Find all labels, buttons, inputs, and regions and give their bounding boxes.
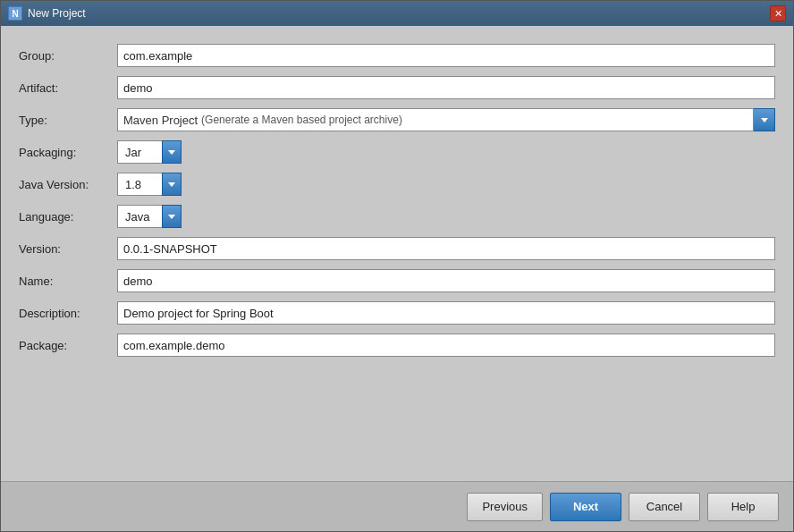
language-row: Language: Java: [19, 205, 775, 228]
type-hint: (Generate a Maven based project archive): [201, 114, 402, 126]
package-input[interactable]: [117, 334, 775, 357]
name-row: Name:: [19, 269, 775, 292]
version-label: Version:: [19, 242, 117, 256]
app-icon: N: [8, 6, 22, 21]
group-row: Group:: [19, 44, 775, 67]
package-row: Package:: [19, 334, 775, 357]
cancel-button[interactable]: Cancel: [629, 493, 700, 521]
description-label: Description:: [19, 307, 117, 320]
type-select-display[interactable]: Maven Project (Generate a Maven based pr…: [117, 108, 754, 131]
title-bar: N New Project ✕: [1, 1, 793, 26]
dialog-title: New Project: [28, 7, 86, 20]
artifact-input[interactable]: [117, 76, 775, 99]
language-label: Language:: [19, 210, 117, 224]
packaging-label: Packaging:: [19, 146, 117, 159]
chevron-down-icon: [168, 182, 175, 187]
packaging-dropdown-button[interactable]: [162, 140, 182, 164]
packaging-select-display[interactable]: Jar: [117, 140, 162, 164]
java-version-dropdown-button[interactable]: [162, 173, 182, 196]
type-label: Type:: [19, 114, 117, 127]
name-input[interactable]: [117, 269, 775, 292]
type-value: Maven Project: [123, 114, 198, 127]
packaging-row: Packaging: Jar: [19, 140, 775, 164]
version-row: Version:: [19, 237, 775, 260]
language-select-wrapper: Java: [117, 205, 182, 228]
type-row: Type: Maven Project (Generate a Maven ba…: [19, 108, 775, 131]
artifact-label: Artifact:: [19, 81, 117, 95]
version-input[interactable]: [117, 237, 775, 260]
group-input[interactable]: [117, 44, 775, 67]
chevron-down-icon: [168, 150, 175, 155]
language-select-display[interactable]: Java: [117, 205, 162, 228]
java-version-select-wrapper: 1.8: [117, 173, 182, 196]
dialog: N New Project ✕ Group: Artifact: Type: M…: [0, 0, 794, 532]
type-select-wrapper: Maven Project (Generate a Maven based pr…: [117, 108, 775, 131]
packaging-select-wrapper: Jar: [117, 140, 182, 164]
chevron-down-icon: [761, 118, 768, 122]
help-button[interactable]: Help: [707, 493, 779, 521]
language-dropdown-button[interactable]: [162, 205, 182, 228]
footer: Previous Next Cancel Help: [1, 481, 793, 531]
close-button[interactable]: ✕: [770, 5, 786, 21]
java-version-label: Java Version:: [19, 178, 117, 191]
java-version-row: Java Version: 1.8: [19, 173, 775, 196]
title-bar-left: N New Project: [8, 6, 86, 21]
next-button[interactable]: Next: [550, 493, 621, 521]
description-input[interactable]: [117, 301, 775, 325]
type-dropdown-button[interactable]: [754, 108, 775, 131]
name-label: Name:: [19, 274, 117, 288]
form-content: Group: Artifact: Type: Maven Project (Ge…: [1, 26, 793, 481]
description-row: Description:: [19, 301, 775, 325]
artifact-row: Artifact:: [19, 76, 775, 99]
previous-button[interactable]: Previous: [467, 493, 543, 521]
group-label: Group:: [19, 49, 117, 63]
java-version-select-display[interactable]: 1.8: [117, 173, 162, 196]
chevron-down-icon: [168, 215, 175, 219]
package-label: Package:: [19, 339, 117, 352]
